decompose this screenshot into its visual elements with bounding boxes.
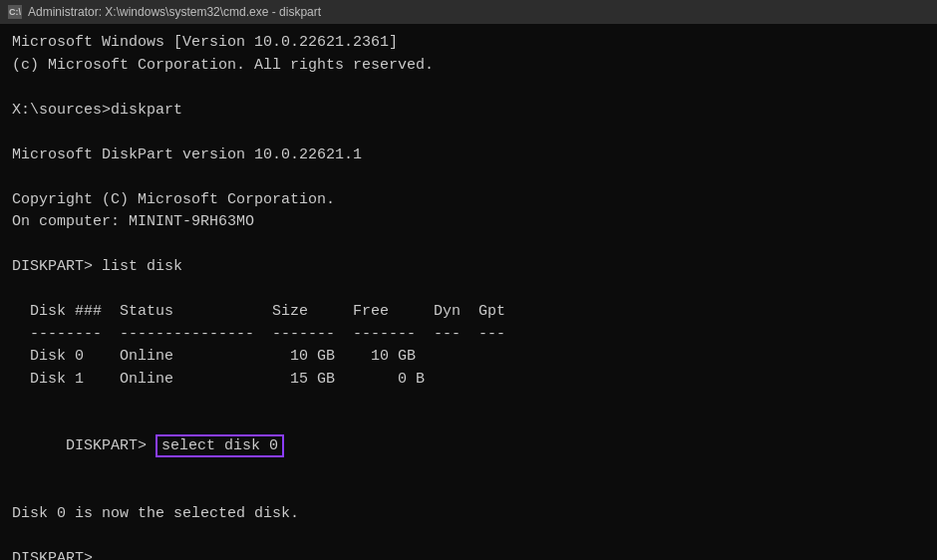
line-2: (c) Microsoft Corporation. All rights re… (12, 55, 925, 78)
line-1: Microsoft Windows [Version 10.0.22621.23… (12, 32, 925, 55)
console-output[interactable]: Microsoft Windows [Version 10.0.22621.23… (0, 24, 937, 560)
line-6: Microsoft DiskPart version 10.0.22621.1 (12, 144, 925, 167)
line-21 (12, 525, 925, 548)
line-16: Disk 1 Online 15 GB 0 B (12, 369, 925, 392)
line-10 (12, 234, 925, 257)
result-line: Disk 0 is now the selected disk. (12, 503, 925, 526)
window-title: Administrator: X:\windows\system32\cmd.e… (28, 5, 321, 19)
line-7 (12, 166, 925, 189)
next-prompt: DISKPART> (12, 548, 925, 561)
line-14: -------- --------------- ------- -------… (12, 324, 925, 347)
line-9: On computer: MININT-9RH63MO (12, 211, 925, 234)
line-8: Copyright (C) Microsoft Corporation. (12, 189, 925, 212)
line-4: X:\sources>diskpart (12, 100, 925, 123)
title-bar: C:\ Administrator: X:\windows\system32\c… (0, 0, 937, 24)
cmd-window: C:\ Administrator: X:\windows\system32\c… (0, 0, 937, 560)
line-12 (12, 279, 925, 302)
line-13: Disk ### Status Size Free Dyn Gpt (12, 301, 925, 324)
line-17 (12, 391, 925, 414)
line-5 (12, 122, 925, 144)
command-line[interactable]: DISKPART> select disk 0 (12, 414, 925, 481)
diskpart-prompt: DISKPART> (66, 437, 156, 454)
line-19 (12, 480, 925, 503)
line-3 (12, 77, 925, 100)
line-15: Disk 0 Online 10 GB 10 GB (12, 346, 925, 369)
line-11: DISKPART> list disk (12, 256, 925, 279)
highlighted-command: select disk 0 (156, 434, 284, 457)
cmd-icon: C:\ (8, 5, 22, 19)
